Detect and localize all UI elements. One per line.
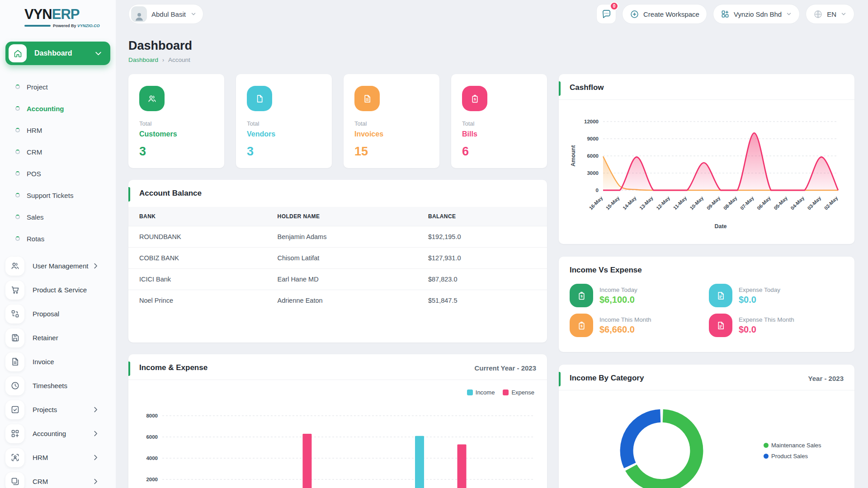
- sidebar-item-label: Product & Service: [33, 286, 116, 294]
- sidebar-item-proposal[interactable]: Proposal: [0, 302, 116, 326]
- invoice-icon: [5, 352, 24, 371]
- bank-cell: COBIZ BANK: [128, 248, 267, 269]
- sidebar-item-dashboard[interactable]: Dashboard: [5, 42, 110, 65]
- create-workspace-button[interactable]: Create Workspace: [622, 4, 707, 24]
- svg-text:08-May: 08-May: [722, 195, 738, 211]
- bank-cell: ICICI Bank: [128, 269, 267, 290]
- app-root: VYNERP Powered By VYNZIO.CO Dashboard Pr…: [0, 0, 868, 488]
- tile-value: $6,660.0: [599, 324, 651, 335]
- sidebar-subitem-rotas[interactable]: Rotas: [0, 228, 116, 249]
- sidebar-item-timesheets[interactable]: Timesheets: [0, 374, 116, 398]
- chevron-right-icon: [91, 261, 100, 271]
- logo-text-secondary: ERP: [52, 6, 80, 22]
- bar-chart-legend: Income Expense: [128, 380, 547, 396]
- right-column: Cashflow 03000600090001200016-May15-May1…: [559, 74, 854, 488]
- svg-text:Date: Date: [714, 223, 726, 230]
- sidebar-item-label: User Management: [33, 262, 91, 270]
- sidebar-item-user-management[interactable]: User Management: [0, 254, 116, 278]
- stat-top-label: Total: [462, 120, 536, 127]
- summary-tile-expense-today: Expense Today $0.0: [709, 284, 844, 307]
- home-icon: [9, 44, 27, 62]
- user-name: Abdul Basit: [151, 10, 186, 18]
- income-expense-period: Current Year - 2023: [475, 364, 536, 372]
- legend-swatch: [503, 389, 509, 395]
- topbar: Abdul Basit 0 Create Workspace Vynzio Sd…: [128, 4, 854, 24]
- customers-icon: [139, 86, 165, 111]
- bullet-icon: [15, 106, 20, 111]
- workspace-selector[interactable]: Vynzio Sdn Bhd: [713, 4, 800, 24]
- income-by-category-panel: Income By Category Year - 2023 Maintenan…: [559, 365, 854, 488]
- language-selector[interactable]: EN: [806, 4, 854, 24]
- svg-text:12-May: 12-May: [655, 195, 671, 211]
- summary-tile-income-today: $ Income Today $6,100.0: [570, 284, 704, 307]
- stat-top-label: Total: [139, 120, 213, 127]
- sidebar-item-label: CRM: [33, 478, 91, 485]
- breadcrumb: Dashboard › Account: [128, 56, 854, 63]
- chat-icon: [601, 9, 612, 19]
- tile-label: Expense This Month: [739, 316, 794, 323]
- income-expense-title: Income & Expense: [139, 363, 208, 372]
- sidebar-item-label: Accounting: [33, 430, 91, 437]
- chat-button[interactable]: 0: [596, 4, 616, 24]
- hrm-icon: [5, 448, 24, 467]
- income-vs-expense-title: Income Vs Expense: [570, 266, 642, 275]
- svg-text:4000: 4000: [146, 455, 158, 461]
- table-header-row: BANKHOLDER NAMEBALANCE: [128, 207, 547, 226]
- table-row: COBIZ BANKChisom Latifat$127,931.0: [128, 248, 547, 269]
- income-by-category-donut-chart: [613, 402, 710, 488]
- sidebar-subitem-sales[interactable]: Sales: [0, 206, 116, 228]
- breadcrumb-separator-icon: ›: [162, 57, 164, 63]
- income-expense-bar-chart: 02000400060008000: [137, 402, 538, 488]
- sidebar-item-projects[interactable]: Projects: [0, 398, 116, 422]
- sidebar-item-label: HRM: [33, 454, 91, 461]
- tile-value: $0.0: [739, 324, 794, 335]
- sidebar-subitem-crm[interactable]: CRM: [0, 141, 116, 163]
- svg-text:05-May: 05-May: [773, 195, 788, 211]
- sidebar-item-retainer[interactable]: Retainer: [0, 326, 116, 350]
- stat-value: 6: [462, 145, 536, 159]
- tile-label: Income This Month: [599, 316, 651, 323]
- sidebar-subitem-pos[interactable]: POS: [0, 163, 116, 184]
- legend-swatch: [467, 389, 473, 395]
- proposal-icon: [5, 305, 24, 324]
- sidebar-subitem-accounting[interactable]: Accounting: [0, 98, 116, 119]
- bullet-icon: [15, 236, 20, 241]
- breadcrumb-dashboard-link[interactable]: Dashboard: [128, 56, 158, 63]
- tile-value: $6,100.0: [599, 295, 637, 305]
- sidebar-item-hrm[interactable]: HRM: [0, 446, 116, 469]
- income-icon: $: [570, 284, 593, 307]
- sidebar-subitem-label: Support Tickets: [27, 192, 73, 199]
- sidebar-subitem-label: Sales: [27, 213, 44, 221]
- legend-item-product-sales: Product Sales: [764, 453, 821, 460]
- sidebar-item-product-service[interactable]: Product & Service: [0, 278, 116, 302]
- sidebar-item-crm[interactable]: CRM: [0, 469, 116, 488]
- clock-icon: [5, 376, 24, 395]
- account-balance-panel: Account Balance BANKHOLDER NAMEBALANCE R…: [128, 180, 547, 343]
- user-menu[interactable]: Abdul Basit: [128, 4, 203, 24]
- sidebar-subitem-label: Project: [27, 83, 48, 91]
- workspace-name: Vynzio Sdn Bhd: [734, 10, 782, 18]
- powered-by-label: Powered By: [53, 23, 76, 28]
- svg-text:$: $: [580, 324, 583, 328]
- main-content: Dashboard Dashboard › Account Total Cust…: [128, 39, 854, 488]
- sidebar-subitem-support-tickets[interactable]: Support Tickets: [0, 184, 116, 206]
- sidebar-subitem-hrm[interactable]: HRM: [0, 119, 116, 141]
- expense-icon: [709, 314, 732, 337]
- chevron-right-icon: [91, 429, 100, 438]
- crm-icon: [5, 472, 24, 488]
- legend-dot: [764, 454, 769, 459]
- avatar: [131, 6, 147, 22]
- account-balance-title: Account Balance: [139, 189, 202, 198]
- svg-text:03-May: 03-May: [806, 195, 822, 211]
- income-expense-panel: Income & Expense Current Year - 2023 Inc…: [128, 354, 547, 488]
- bank-cell: ROUNDBANK: [128, 226, 267, 248]
- sidebar-item-invoice[interactable]: Invoice: [0, 350, 116, 374]
- svg-text:15-May: 15-May: [605, 195, 621, 211]
- sidebar-item-accounting[interactable]: Accounting: [0, 422, 116, 446]
- bullet-icon: [15, 84, 20, 89]
- stat-label: Bills: [462, 130, 536, 138]
- chevron-right-icon: [91, 405, 100, 414]
- sidebar-menu: User Management Product & Service Propos…: [0, 254, 116, 488]
- bank-cell: Noel Prince: [128, 290, 267, 311]
- sidebar-subitem-project[interactable]: Project: [0, 76, 116, 98]
